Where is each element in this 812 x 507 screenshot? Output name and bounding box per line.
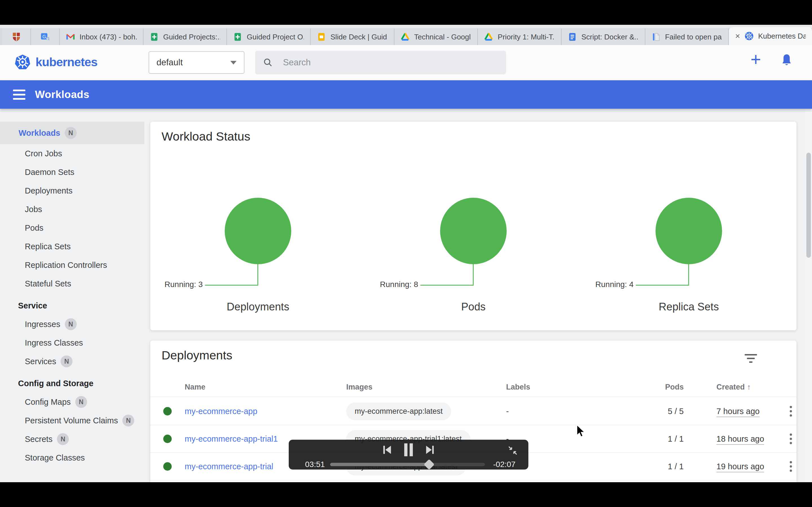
elapsed-time: 03:51 bbox=[305, 460, 325, 469]
browser-tab[interactable]: Guided Projects:... bbox=[144, 29, 227, 45]
pinned-tab[interactable] bbox=[2, 29, 31, 45]
svg-text:文: 文 bbox=[46, 38, 49, 41]
scrollbar-track[interactable] bbox=[805, 109, 812, 482]
deployment-name-link[interactable]: my-ecommerce-app-trial1 bbox=[185, 434, 278, 443]
sort-ascending-icon: ↑ bbox=[747, 383, 751, 391]
workload-status-card: Workload Status Running: 3 Deployments R… bbox=[150, 122, 797, 330]
sidebar-item-label: Jobs bbox=[25, 205, 42, 214]
browser-tab[interactable]: Failed to open pa... bbox=[645, 29, 729, 45]
drive-icon bbox=[401, 33, 410, 41]
sidebar-item[interactable]: Daemon Sets bbox=[0, 163, 144, 181]
scrollbar-thumb[interactable] bbox=[806, 153, 811, 258]
running-count-label: Running: 8 bbox=[380, 280, 418, 289]
chevron-down-icon bbox=[231, 61, 237, 64]
sidebar-item-label: Deployments bbox=[25, 186, 72, 195]
browser-tab[interactable]: Slide Deck | Guid... bbox=[311, 29, 395, 45]
mouse-cursor bbox=[575, 424, 587, 439]
remaining-time: -02:07 bbox=[493, 460, 515, 469]
workload-chart: Running: 8 Pods bbox=[366, 198, 581, 330]
pinned-tab[interactable]: G文 bbox=[31, 29, 60, 45]
tab-title: Kubernetes Dash... bbox=[758, 32, 806, 41]
sidebar-item[interactable]: Replication Controllers bbox=[0, 256, 144, 274]
chart-type-label: Replica Sets bbox=[581, 301, 797, 313]
skip-forward-icon[interactable] bbox=[424, 444, 435, 455]
callout-line-horizontal bbox=[420, 285, 473, 286]
menu-hamburger-icon[interactable] bbox=[13, 90, 26, 100]
browser-tab[interactable]: Script: Docker &... bbox=[562, 29, 645, 45]
callout-line-vertical bbox=[473, 264, 474, 286]
row-menu-kebab-icon[interactable] bbox=[785, 406, 797, 416]
tab-title: Technical - Googl... bbox=[414, 33, 471, 41]
browser-tab[interactable]: Priority 1: Multi-T... bbox=[478, 29, 562, 45]
notifications-bell-icon[interactable] bbox=[780, 54, 793, 68]
collapse-player-icon[interactable] bbox=[507, 445, 518, 456]
tab-title: Inbox (473) - boh... bbox=[80, 33, 137, 41]
col-header-created[interactable]: Created↑ bbox=[684, 383, 785, 392]
row-menu-kebab-icon[interactable] bbox=[785, 461, 797, 472]
create-resource-icon[interactable]: + bbox=[751, 49, 761, 70]
deployments-table-header: Name Images Labels Pods Created↑ bbox=[150, 378, 797, 397]
sidebar-item-label: Replica Sets bbox=[25, 242, 71, 251]
tab-close-icon[interactable]: × bbox=[735, 32, 740, 40]
docs-icon bbox=[568, 33, 577, 41]
created-value: 19 hours ago bbox=[716, 462, 764, 472]
sidebar-item[interactable]: Deployments bbox=[0, 181, 144, 200]
browser-tab[interactable]: Guided Project O... bbox=[227, 29, 311, 45]
seek-scrubber[interactable] bbox=[424, 459, 435, 470]
sidebar-item[interactable]: Persistent Volume Claims N bbox=[0, 411, 144, 430]
new-badge: N bbox=[75, 396, 87, 408]
sidebar-item[interactable]: Jobs bbox=[0, 200, 144, 219]
skip-back-icon[interactable] bbox=[382, 444, 393, 455]
sidebar-item[interactable]: Stateful Sets bbox=[0, 274, 144, 293]
sidebar-item[interactable]: Service bbox=[0, 296, 144, 315]
brand[interactable]: kubernetes bbox=[15, 54, 97, 70]
status-ok-icon bbox=[163, 407, 172, 415]
pods-count: 1 / 1 bbox=[651, 462, 684, 471]
col-header-images[interactable]: Images bbox=[343, 383, 500, 392]
browser-tab[interactable]: Technical - Googl... bbox=[395, 29, 478, 45]
sidebar-item[interactable]: Config Maps N bbox=[0, 393, 144, 411]
sidebar-item[interactable]: Cron Jobs bbox=[0, 144, 144, 163]
browser-tab[interactable]: Inbox (473) - boh... bbox=[60, 29, 144, 45]
sidebar-item[interactable]: Pods bbox=[0, 219, 144, 237]
search-input[interactable] bbox=[283, 57, 498, 68]
sidebar-item[interactable]: Workloads N bbox=[0, 122, 144, 144]
seek-bar-fill bbox=[330, 463, 429, 466]
chart-type-label: Deployments bbox=[150, 301, 366, 313]
new-badge: N bbox=[57, 433, 69, 445]
tab-title: Guided Project O... bbox=[247, 33, 304, 41]
kubernetes-icon bbox=[745, 32, 754, 41]
sidebar-item[interactable]: Ingresses N bbox=[0, 315, 144, 334]
sidebar-item[interactable]: Services N bbox=[0, 352, 144, 371]
callout-line-horizontal bbox=[205, 285, 258, 286]
namespace-select[interactable]: default bbox=[149, 51, 245, 74]
sidebar-item[interactable]: Storage Classes bbox=[0, 448, 144, 467]
deployment-name-link[interactable]: my-ecommerce-app bbox=[185, 407, 257, 416]
sidebar-item-label: Daemon Sets bbox=[25, 168, 74, 177]
tab-title: Priority 1: Multi-T... bbox=[498, 33, 555, 41]
pause-icon[interactable] bbox=[403, 443, 414, 457]
col-header-labels[interactable]: Labels bbox=[500, 383, 651, 392]
workload-charts: Running: 3 Deployments Running: 8 Pods R… bbox=[150, 198, 797, 330]
browser-tab[interactable]: × Kubernetes Dash... bbox=[729, 27, 812, 45]
row-menu-kebab-icon[interactable] bbox=[785, 434, 797, 444]
search-bar[interactable] bbox=[255, 51, 506, 74]
status-donut bbox=[225, 198, 291, 264]
deployment-name-link[interactable]: my-ecommerce-app-trial bbox=[185, 462, 273, 471]
col-header-name[interactable]: Name bbox=[185, 383, 343, 392]
seek-bar[interactable] bbox=[330, 463, 485, 466]
drive-icon bbox=[484, 33, 493, 41]
col-header-pods[interactable]: Pods bbox=[651, 383, 684, 392]
sidebar-item[interactable]: Replica Sets bbox=[0, 237, 144, 256]
sidebar-item[interactable]: Config and Storage bbox=[0, 374, 144, 393]
page-icon bbox=[652, 33, 661, 41]
status-ok-icon bbox=[163, 435, 172, 443]
slides-icon bbox=[317, 33, 326, 41]
image-chip: my-ecommerce-app:latest bbox=[346, 402, 451, 420]
sidebar-item[interactable]: Ingress Classes bbox=[0, 334, 144, 352]
namespace-value: default bbox=[156, 57, 183, 68]
browser-tab-strip: G文 Inbox (473) - boh... Guided Projects:… bbox=[0, 25, 812, 45]
filter-icon[interactable] bbox=[745, 354, 757, 365]
deployment-row[interactable]: my-ecommerce-app my-ecommerce-app:latest… bbox=[150, 398, 797, 425]
sidebar-item[interactable]: Secrets N bbox=[0, 430, 144, 448]
